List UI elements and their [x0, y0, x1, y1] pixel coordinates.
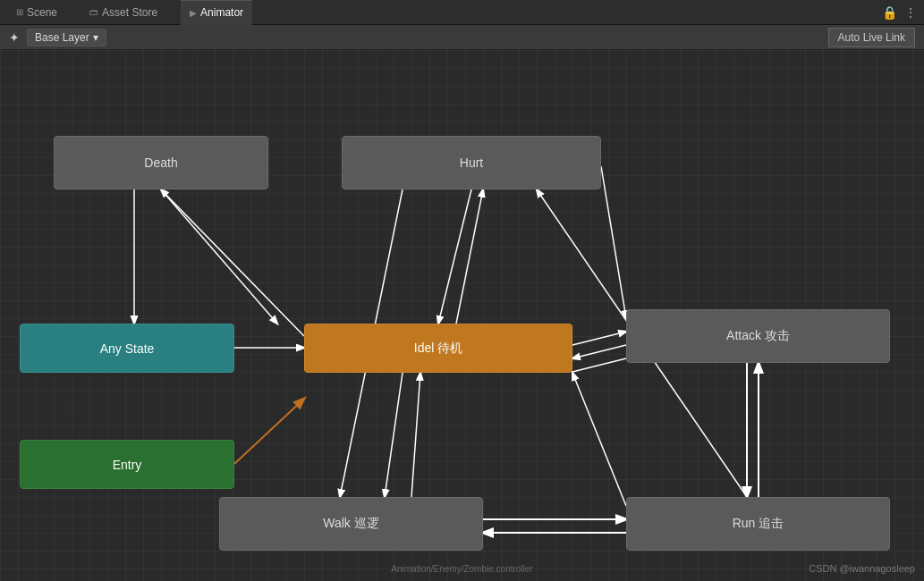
asset-label: Asset Store	[102, 6, 157, 19]
tab-animator[interactable]: ▶ Animator	[181, 0, 252, 25]
svg-line-18	[234, 399, 304, 464]
svg-line-1	[161, 189, 304, 336]
svg-line-2	[438, 189, 471, 324]
asset-icon: 🗃	[89, 7, 98, 17]
hurt-node[interactable]: Hurt	[342, 136, 601, 189]
attack-node[interactable]: Attack 攻击	[626, 309, 890, 363]
svg-line-5	[572, 332, 626, 345]
lock-icon: 🔒	[882, 5, 897, 20]
animator-icon: ▶	[190, 8, 197, 18]
filepath: Animation/Enemy/Zombie.controller	[391, 564, 532, 574]
run-node[interactable]: Run 追击	[626, 497, 890, 551]
svg-line-6	[572, 345, 626, 358]
tab-asset-store[interactable]: 🗃 Asset Store	[81, 0, 166, 25]
watermark: CSDN @iwannagosleep	[809, 563, 915, 574]
svg-line-12	[572, 373, 626, 506]
svg-line-3	[456, 189, 483, 324]
tab-scene[interactable]: ⊞ Scene	[7, 0, 66, 25]
any-state-node[interactable]: Any State	[20, 324, 234, 373]
base-layer-button[interactable]: Base Layer ▾	[27, 29, 106, 46]
toolbar: ✦ Base Layer ▾ Auto Live Link	[0, 25, 924, 50]
svg-line-7	[385, 373, 403, 497]
walk-node[interactable]: Walk 巡逻	[219, 497, 483, 551]
scene-label: Scene	[27, 6, 57, 19]
animator-label: Animator	[200, 6, 243, 19]
svg-line-0	[161, 189, 277, 324]
animator-tool-icon: ✦	[9, 30, 20, 45]
entry-node[interactable]: Entry	[20, 440, 234, 489]
animator-canvas: Death Hurt Any State Idel 待机 Attack 攻击 E…	[0, 50, 924, 581]
auto-live-button[interactable]: Auto Live Link	[828, 28, 915, 47]
layer-label: Base Layer	[35, 31, 89, 44]
idel-node[interactable]: Idel 待机	[304, 324, 572, 373]
svg-line-8	[411, 373, 420, 497]
death-node[interactable]: Death	[54, 136, 268, 189]
svg-line-4	[601, 166, 626, 318]
title-right: 🔒 ⋮	[882, 5, 917, 20]
dropdown-icon: ▾	[93, 31, 98, 44]
auto-live-label: Auto Live Link	[838, 31, 905, 44]
scene-icon: ⊞	[16, 7, 23, 17]
titlebar: ⊞ Scene 🗃 Asset Store ▶ Animator 🔒 ⋮	[0, 0, 924, 25]
svg-line-14	[572, 358, 626, 372]
more-icon: ⋮	[904, 5, 917, 20]
